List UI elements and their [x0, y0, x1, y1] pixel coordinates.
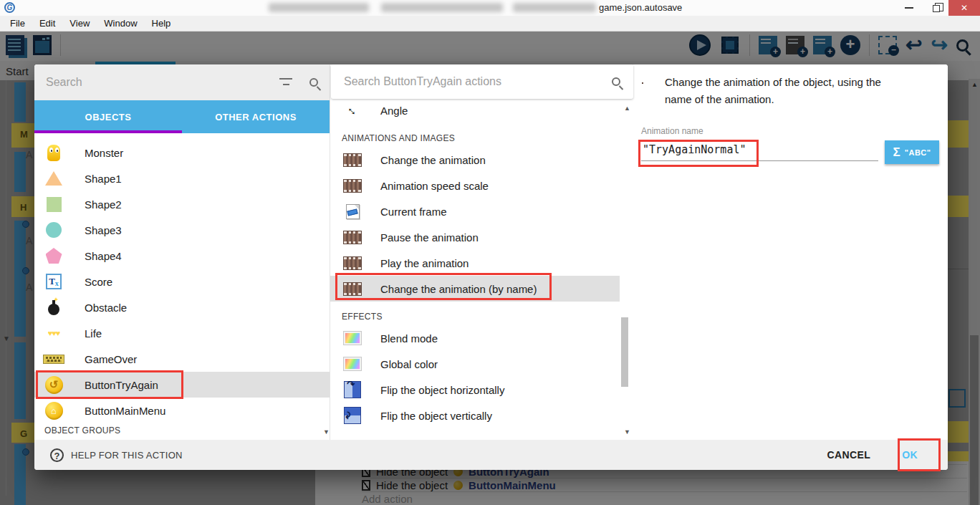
object-item-label: ButtonMainMenu: [85, 405, 165, 417]
action-description: Change the animation of the object, usin…: [665, 74, 901, 108]
menu-item-window[interactable]: Window: [97, 18, 144, 29]
action-item-label: Pause the animation: [380, 231, 479, 244]
object-item-score[interactable]: Score: [34, 269, 330, 294]
scroll-down-icon[interactable]: ▼: [323, 428, 330, 436]
menu-item-file[interactable]: File: [3, 18, 32, 29]
scroll-up-icon[interactable]: ▲: [624, 105, 630, 112]
object-item-label: Shape2: [85, 198, 122, 211]
title-bar: G game.json.autosave ✕: [0, 0, 980, 16]
filter-icon[interactable]: [279, 78, 292, 87]
expression-abc-label: "ABC": [905, 148, 931, 157]
sigma-icon: Σ: [893, 145, 900, 160]
frame-icon: [343, 202, 362, 221]
restore-button[interactable]: [924, 0, 948, 16]
help-icon: ?: [50, 448, 64, 462]
object-groups-header: OBJECT GROUPS: [44, 425, 120, 436]
button-try-again-icon: [43, 374, 64, 395]
action-item-global-color[interactable]: Global color: [330, 351, 620, 377]
redacted-path-segment: [269, 3, 369, 12]
close-button[interactable]: ✕: [948, 0, 980, 16]
film-icon: [343, 279, 362, 298]
object-item-shape4[interactable]: Shape4: [34, 243, 330, 269]
dialog-footer: ? HELP FOR THIS ACTION CANCEL OK: [34, 440, 948, 470]
object-item-shape2[interactable]: Shape2: [34, 191, 330, 217]
section-header: EFFECTS: [330, 302, 620, 325]
film-icon: [343, 228, 362, 246]
object-item-shape1[interactable]: Shape1: [34, 165, 330, 191]
object-item-label: Score: [85, 276, 112, 288]
menu-item-edit[interactable]: Edit: [32, 18, 62, 29]
object-search-input[interactable]: [46, 76, 279, 89]
film-icon: [343, 254, 362, 272]
action-item-blend-mode[interactable]: Blend mode: [330, 325, 620, 351]
action-item-pause-the-animation[interactable]: Pause the animation: [330, 224, 620, 250]
ok-button[interactable]: OK: [902, 449, 918, 461]
action-list: AngleANIMATIONS AND IMAGESChange the ani…: [330, 97, 620, 452]
menu-item-view[interactable]: View: [62, 18, 97, 29]
hearts-icon: [43, 322, 64, 344]
object-item-life[interactable]: Life: [34, 320, 330, 346]
object-tabs: OBJECTS OTHER ACTIONS: [34, 100, 330, 133]
object-search-bar: [34, 64, 330, 100]
object-item-obstacle[interactable]: Obstacle: [34, 294, 330, 320]
minimize-button[interactable]: [897, 0, 921, 16]
animation-name-label: Animation name: [641, 126, 703, 136]
tab-other-actions[interactable]: OTHER ACTIONS: [182, 100, 330, 133]
action-item-angle[interactable]: Angle: [330, 97, 620, 123]
action-item-label: Change the animation: [380, 154, 486, 166]
scroll-down-icon[interactable]: ▼: [624, 428, 630, 436]
object-item-label: Shape3: [85, 224, 122, 236]
angle-icon: [343, 101, 362, 120]
action-item-current-frame[interactable]: Current frame: [330, 198, 620, 224]
flip-v-icon: [343, 406, 362, 425]
action-search-input[interactable]: [344, 75, 612, 88]
section-header: ANIMATIONS AND IMAGES: [330, 123, 620, 147]
action-item-change-the-animation[interactable]: Change the animation: [330, 147, 620, 173]
menu-item-help[interactable]: Help: [145, 18, 178, 29]
triangle-icon: [43, 168, 64, 189]
window-title-filename: game.json.autosave: [599, 2, 682, 13]
object-item-label: Obstacle: [85, 302, 127, 314]
text-object-icon: [43, 271, 64, 292]
action-item-label: Blend mode: [380, 332, 438, 345]
object-item-label: Monster: [85, 147, 123, 159]
object-list: MonsterShape1Shape2Shape3Shape4ScoreObst…: [34, 140, 330, 423]
restore-icon: [933, 5, 940, 12]
animation-name-input[interactable]: [641, 140, 878, 161]
button-main-menu-icon: [43, 400, 64, 421]
object-item-buttontryagain[interactable]: ButtonTryAgain: [34, 372, 330, 398]
gdevelop-logo-icon: G: [4, 2, 15, 13]
expression-editor-button[interactable]: Σ "ABC": [885, 140, 939, 164]
object-item-buttonmainmenu[interactable]: ButtonMainMenu: [34, 398, 330, 423]
action-item-flip-the-object-horizontally[interactable]: Flip the object horizontally: [330, 377, 620, 403]
action-item-animation-speed-scale[interactable]: Animation speed scale: [330, 173, 620, 198]
gdevelop-window: G game.json.autosave ✕ FileEditViewWindo…: [0, 0, 980, 505]
action-item-label: Flip the object horizontally: [380, 384, 504, 396]
help-label: HELP FOR THIS ACTION: [71, 450, 183, 461]
help-for-this-action-link[interactable]: ? HELP FOR THIS ACTION: [50, 448, 183, 462]
cancel-button[interactable]: CANCEL: [827, 449, 870, 461]
object-item-label: Shape1: [85, 173, 122, 185]
film-icon: [343, 150, 362, 169]
object-item-shape3[interactable]: Shape3: [34, 217, 330, 243]
object-item-label: ButtonTryAgain: [85, 379, 158, 391]
action-item-label: Animation speed scale: [380, 180, 489, 192]
film-icon: [343, 176, 362, 195]
action-item-label: Change the animation (by name): [380, 283, 537, 295]
detail-panel: [635, 64, 948, 440]
object-item-label: Shape4: [85, 250, 122, 262]
scrollbar-thumb[interactable]: [621, 317, 628, 387]
search-icon: [309, 78, 318, 87]
action-item-play-the-animation[interactable]: Play the animation: [330, 250, 620, 276]
action-item-change-the-animation-by-name-[interactable]: Change the animation (by name): [330, 276, 620, 302]
object-item-monster[interactable]: Monster: [34, 140, 330, 165]
action-item-flip-the-object-vertically[interactable]: Flip the object vertically: [330, 403, 620, 428]
menu-bar: FileEditViewWindowHelp: [0, 16, 980, 32]
object-item-gameover[interactable]: GameOver: [34, 346, 330, 372]
square-icon: [43, 193, 64, 215]
tab-objects[interactable]: OBJECTS: [34, 100, 182, 133]
circle-icon: [43, 219, 64, 241]
choose-action-dialog: OBJECTS OTHER ACTIONS MonsterShape1Shape…: [34, 64, 948, 470]
action-item-label: Angle: [380, 105, 408, 117]
search-icon: [612, 77, 620, 86]
